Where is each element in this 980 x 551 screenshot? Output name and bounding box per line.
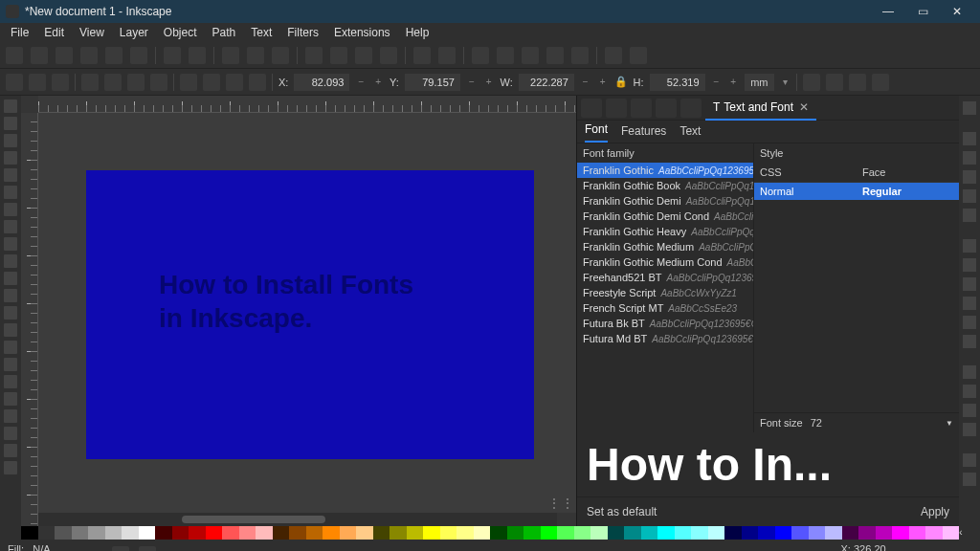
snap-master-toggle[interactable] [963,101,976,115]
snap-cusp-toggle[interactable] [963,297,976,310]
dialog-objprops-icon[interactable] [581,99,602,118]
swatch[interactable] [306,526,323,540]
swatch[interactable] [222,526,239,540]
h-scrollbar[interactable] [38,513,557,526]
swatch[interactable] [742,526,759,540]
select-layers-button[interactable] [29,74,46,91]
export-button[interactable] [130,47,147,64]
swatch[interactable] [390,526,407,540]
set-default-button[interactable]: Set as default [587,505,657,518]
vis-toggle[interactable] [112,546,129,551]
swatch[interactable] [189,526,206,540]
swatch[interactable] [256,526,273,540]
dropper-tool[interactable] [4,323,17,337]
y-plus[interactable]: + [483,77,495,87]
swatch[interactable] [172,526,189,540]
snap-line-mid-toggle[interactable] [963,335,976,348]
swatch[interactable] [55,526,72,540]
swatch[interactable] [876,526,893,540]
snap-intersect-toggle[interactable] [963,277,976,291]
measure-tool[interactable] [4,461,17,474]
style-row[interactable]: Normal Regular [754,183,959,200]
x-minus[interactable]: − [355,77,367,87]
menu-layer[interactable]: Layer [113,26,155,39]
swatch[interactable] [809,526,826,540]
mesh-tool[interactable] [4,306,17,320]
lower-button[interactable] [226,74,243,91]
flip-h-button[interactable] [127,74,145,91]
maximize-button[interactable]: ▭ [905,0,940,23]
font-row[interactable]: Franklin Gothic BookAaBbCcliPpQq123695 [577,178,753,193]
dock-grip-icon[interactable]: ⋮⋮ [547,496,574,511]
canvas-area[interactable]: How to Install Fontsin Inkscape. ⋮⋮ [21,96,576,526]
swatch[interactable] [440,526,457,540]
font-row[interactable]: Franklin Gothic Demi CondAaBbCcliPpQq12 [577,209,753,224]
swatch[interactable] [407,526,424,540]
menu-filters[interactable]: Filters [280,26,325,39]
snap-midpt-toggle[interactable] [963,189,976,203]
print-button[interactable] [80,47,98,64]
dialog-export-icon[interactable] [631,99,652,118]
transform-button[interactable] [546,47,564,64]
prefs-button[interactable] [630,47,647,64]
copy-button[interactable] [222,47,239,64]
zoom-sel-button[interactable] [413,47,431,64]
swatch[interactable] [574,526,591,540]
gradient-tool[interactable] [4,289,17,302]
snap-edge-toggle[interactable] [963,151,976,165]
text-tool[interactable] [4,272,17,285]
font-row[interactable]: Freestyle ScriptAaBbCcWxYyZz1 [577,285,753,300]
clone-button[interactable] [330,47,347,64]
swatch[interactable] [239,526,256,540]
subtab-features[interactable]: Features [621,124,666,143]
align-button[interactable] [522,47,539,64]
h-input[interactable]: 52.319 [650,74,705,91]
dialog-fillstroke-icon[interactable] [656,99,677,118]
snap-smooth-toggle[interactable] [963,316,976,329]
swatch[interactable] [523,526,541,540]
font-family-list[interactable]: Franklin GothicAaBbCcliPpQq123695Frankli… [577,163,753,432]
snap-guide-toggle[interactable] [963,423,976,436]
x-input[interactable]: 82.093 [294,74,349,91]
zoom-page-button[interactable] [438,47,456,64]
h-minus[interactable]: − [711,77,723,87]
ruler-horizontal[interactable] [38,96,576,113]
swatch[interactable] [909,526,926,540]
swatch[interactable] [892,526,909,540]
x-plus[interactable]: + [372,77,384,87]
snap-corner-toggle[interactable] [963,170,976,184]
swatch[interactable] [775,526,792,540]
close-button[interactable]: ✕ [940,0,974,23]
undo-button[interactable] [164,47,181,64]
dialog-align-icon[interactable] [606,99,627,118]
snap-grid-toggle[interactable] [963,404,976,417]
swatch[interactable] [289,526,306,540]
open-button[interactable] [31,47,48,64]
rect-tool[interactable] [4,134,17,147]
minimize-button[interactable]: — [871,0,905,23]
group-button[interactable] [380,47,397,64]
select-all-button[interactable] [6,74,23,91]
spiral-tool[interactable] [4,203,17,216]
swatch[interactable] [373,526,390,540]
w-minus[interactable]: − [580,77,591,87]
menu-help[interactable]: Help [399,26,436,39]
font-row[interactable]: Futura Md BTAaBbCcliPpQq123695€¢ [577,331,753,346]
lower-bottom-button[interactable] [249,74,266,91]
swatch[interactable] [657,526,675,540]
font-size-dropdown[interactable]: ▼ [946,419,953,428]
affect-pattern-button[interactable] [872,74,889,91]
swatch[interactable] [858,526,876,540]
snap-text-toggle[interactable] [963,473,976,486]
font-row[interactable]: Franklin Gothic MediumAaBbCcliPpQq1236 [577,239,753,254]
swatch[interactable] [356,526,373,540]
canvas-page[interactable]: How to Install Fontsin Inkscape. [86,170,534,459]
lock-toggle[interactable] [139,546,156,551]
swatch[interactable] [943,526,960,540]
swatch[interactable] [925,526,943,540]
new-doc-button[interactable] [6,47,23,64]
swatch[interactable] [340,526,357,540]
cut-button[interactable] [247,47,264,64]
snap-node-toggle[interactable] [963,239,976,253]
swatch[interactable] [557,526,574,540]
